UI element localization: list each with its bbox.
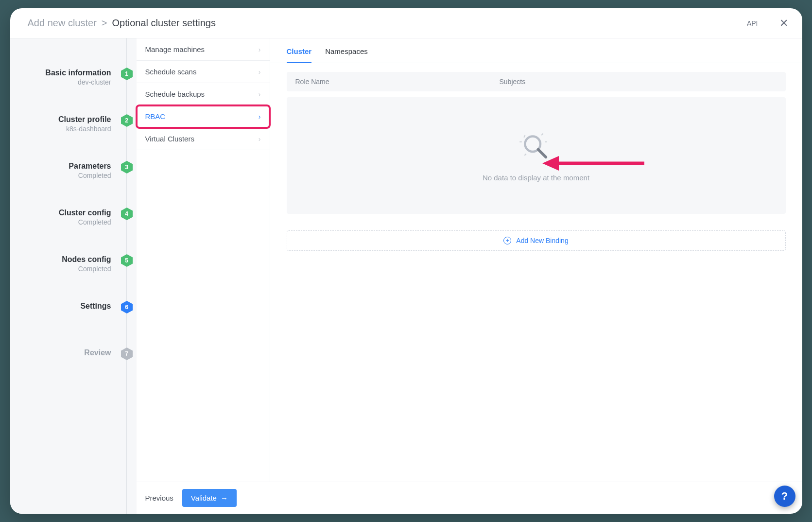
header-actions: API ✕ [747, 17, 790, 29]
step-subtitle: Completed [62, 265, 111, 273]
submenu-rbac[interactable]: RBAC › [137, 105, 270, 128]
chevron-right-icon: › [259, 90, 261, 98]
step-title: Review [84, 348, 111, 357]
step-basic-information[interactable]: Basic information dev-cluster 1 [10, 68, 137, 114]
step-badge: 7 [121, 348, 133, 360]
validate-button[interactable]: Validate → [182, 489, 237, 507]
step-parameters[interactable]: Parameters Completed 3 [10, 161, 137, 208]
close-icon: ✕ [779, 17, 788, 30]
svg-line-1 [538, 149, 546, 157]
modal-header: Add new cluster > Optional cluster setti… [10, 8, 802, 38]
step-review[interactable]: Review 7 [10, 348, 137, 394]
step-badge: 4 [121, 208, 133, 220]
chevron-right-icon: › [259, 46, 261, 53]
submenu-item-label: Schedule backups [145, 90, 205, 98]
table-header: Role Name Subjects [287, 72, 786, 91]
modal-window: Add new cluster > Optional cluster setti… [10, 8, 802, 514]
chevron-right-icon: › [259, 135, 261, 143]
empty-message: No data to display at the moment [483, 174, 589, 182]
wizard-footer: Previous Validate → [137, 482, 802, 514]
breadcrumb-separator: > [102, 17, 107, 29]
search-empty-icon [518, 130, 553, 165]
step-number: 3 [125, 164, 128, 171]
add-binding-label: Add New Binding [516, 237, 568, 244]
step-title: Basic information [45, 69, 111, 77]
breadcrumb: Add new cluster > Optional cluster setti… [28, 17, 216, 29]
divider [768, 17, 768, 29]
submenu-item-label: Manage machines [145, 45, 205, 53]
help-icon: ? [781, 490, 788, 503]
breadcrumb-leaf: Optional cluster settings [112, 17, 215, 29]
rbac-tabs: Cluster Namespaces [270, 38, 802, 63]
column-role-name: Role Name [295, 78, 500, 86]
step-subtitle: dev-cluster [45, 78, 111, 86]
step-number: 7 [125, 350, 128, 357]
step-badge: 2 [121, 114, 133, 127]
step-badge: 6 [121, 301, 133, 313]
step-badge: 3 [121, 161, 133, 174]
step-title: Parameters [69, 162, 111, 171]
step-number: 4 [125, 210, 128, 217]
chevron-right-icon: › [259, 68, 261, 76]
content-panel: Cluster Namespaces Role Name Subjects [270, 38, 802, 482]
chevron-right-icon: › [259, 113, 261, 121]
plus-circle-icon: + [503, 237, 511, 244]
step-cluster-config[interactable]: Cluster config Completed 4 [10, 208, 137, 254]
step-cluster-profile[interactable]: Cluster profile k8s-dashboard 2 [10, 114, 137, 161]
tab-namespaces[interactable]: Namespaces [325, 47, 368, 63]
settings-submenu: Manage machines › Schedule scans › Sched… [137, 38, 270, 482]
step-title: Settings [80, 302, 111, 311]
empty-state: No data to display at the moment [287, 97, 786, 214]
submenu-item-label: Virtual Clusters [145, 135, 194, 143]
submenu-schedule-backups[interactable]: Schedule backups › [137, 83, 270, 105]
column-subjects: Subjects [500, 78, 777, 86]
step-nodes-config[interactable]: Nodes config Completed 5 [10, 254, 137, 301]
breadcrumb-root[interactable]: Add new cluster [28, 17, 97, 29]
submenu-item-label: RBAC [145, 112, 166, 121]
step-badge: 5 [121, 254, 133, 267]
modal-body: Basic information dev-cluster 1 Cluster … [10, 38, 802, 514]
previous-button[interactable]: Previous [145, 494, 173, 502]
submenu-item-label: Schedule scans [145, 68, 197, 76]
step-number: 1 [125, 70, 128, 77]
submenu-virtual-clusters[interactable]: Virtual Clusters › [137, 128, 270, 150]
tab-cluster[interactable]: Cluster [287, 47, 312, 63]
bindings-table: Role Name Subjects No data to display at… [270, 63, 802, 251]
submenu-schedule-scans[interactable]: Schedule scans › [137, 61, 270, 83]
close-button[interactable]: ✕ [778, 17, 790, 29]
add-binding-button[interactable]: + Add New Binding [287, 230, 786, 251]
submenu-manage-machines[interactable]: Manage machines › [137, 38, 270, 61]
step-settings[interactable]: Settings 6 [10, 301, 137, 348]
step-number: 5 [125, 257, 128, 264]
step-number: 6 [125, 304, 128, 311]
step-subtitle: Completed [59, 218, 111, 226]
wizard-stepper: Basic information dev-cluster 1 Cluster … [10, 38, 137, 514]
step-subtitle: k8s-dashboard [58, 125, 111, 133]
step-badge: 1 [121, 68, 133, 80]
step-title: Nodes config [62, 255, 111, 264]
validate-label: Validate [191, 494, 217, 502]
step-subtitle: Completed [69, 172, 111, 179]
step-title: Cluster profile [58, 115, 111, 124]
api-link[interactable]: API [747, 19, 758, 27]
step-title: Cluster config [59, 209, 111, 217]
arrow-right-icon: → [221, 494, 228, 502]
step-number: 2 [125, 117, 128, 124]
help-button[interactable]: ? [774, 486, 795, 507]
